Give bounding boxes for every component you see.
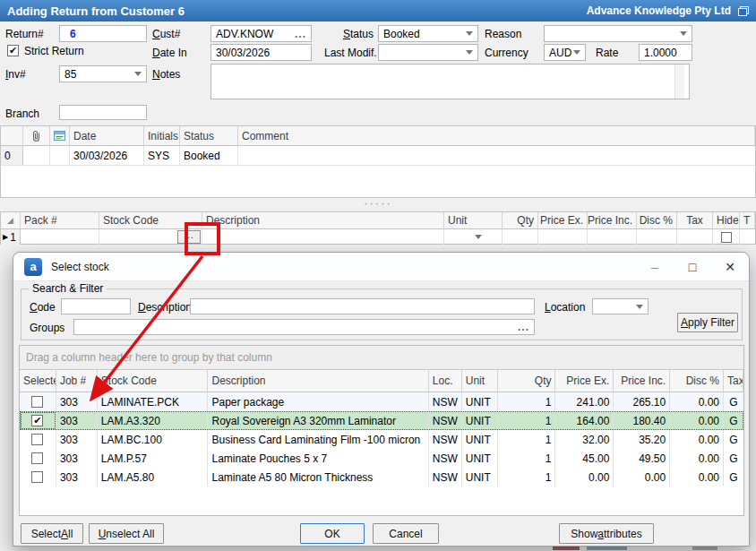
attachment-icon[interactable] [23,126,50,146]
history-row-comment[interactable] [238,146,755,165]
dialog-titlebar: a Select stock – □ ✕ [13,253,749,281]
close-button[interactable]: ✕ [711,253,749,280]
stock-header-price-ex[interactable]: Price Ex. [555,370,614,392]
strict-return-checkbox[interactable]: ✔ [7,45,19,56]
stock-header-price-inc[interactable]: Price Inc. [614,370,670,392]
cust-ellipsis-button[interactable]: ... [295,30,306,38]
stock-row-selected[interactable]: ✔ 303 LAM.A3.320 Royal Sovereign A3 320m… [20,411,743,430]
code-label: Code [30,301,56,314]
company-name: Advance Knowledge Pty Ltd [587,4,738,17]
location-dropdown[interactable] [592,298,649,314]
splitter-handle[interactable]: ····· [0,196,756,210]
code-input[interactable] [61,298,131,314]
row-checkbox[interactable] [31,452,43,464]
stock-header-loc[interactable]: Loc. [429,370,462,392]
apply-filter-button[interactable]: Apply Filter [677,313,738,332]
items-header-tax[interactable]: Tax [677,212,713,229]
branch-label: Branch [5,108,39,120]
select-all-button[interactable]: Select All [21,523,83,544]
items-header-total[interactable]: T [740,212,755,229]
rate-label: Rate [596,47,618,59]
stock-row[interactable]: 303 LAMINATE.PCK Paper package NSW UNIT … [20,392,743,411]
annotation-highlight-box [185,222,220,255]
last-modif-dropdown[interactable] [378,44,478,61]
app-window: Adding Return from Customer 6 Advance Kn… [0,0,756,551]
stock-row[interactable]: 303 LAM.A5.80 Laminate A5 80 Micron Thic… [20,468,743,486]
items-header-unit[interactable]: Unit [444,212,503,229]
app-logo-icon: a [24,258,42,276]
stock-header-selected[interactable]: Selected [20,370,56,392]
row-checkbox[interactable] [31,434,43,445]
return-field[interactable]: 6 [59,25,147,42]
maximize-button[interactable]: □ [674,253,711,280]
expand-all-icon[interactable]: ◢ [1,212,21,229]
date-in-field[interactable]: 30/03/2026 [210,44,312,61]
chevron-down-icon [466,31,473,36]
unselect-all-button[interactable]: Unselect All [89,523,164,544]
notes-scrollbar[interactable] [674,65,684,99]
note-icon[interactable] [50,126,70,146]
items-grid: ◢ Pack # Stock Code Description Unit Qty… [0,211,756,245]
items-row[interactable]: ▶ 1 ... [1,229,755,245]
dialog-title: Select stock [51,261,109,273]
stock-header-stock-code[interactable]: Stock Code [98,370,209,392]
notes-field[interactable] [210,64,690,99]
ok-button[interactable]: OK [300,523,365,544]
last-modif-label: Last Modif. [324,47,377,59]
show-attributes-button[interactable]: Show attributes [559,523,654,544]
history-header-comment[interactable]: Comment [238,126,755,146]
cancel-button[interactable]: Cancel [373,523,439,544]
stock-row[interactable]: 303 LAM.BC.100 Business Card Laminating … [20,430,743,449]
window-titlebar: Adding Return from Customer 6 Advance Kn… [0,0,756,22]
float-window-icon[interactable] [738,6,749,16]
history-header-status[interactable]: Status [180,126,238,146]
inv-dropdown[interactable]: 85 [59,65,147,82]
row-checkbox[interactable] [31,471,43,483]
occluded-window-fragment [692,547,717,550]
hide-checkbox[interactable] [721,232,732,243]
history-header-initials[interactable]: Initials [144,126,180,146]
strict-return-label: Strict Return [24,45,84,57]
items-header-qty[interactable]: Qty [503,212,538,229]
history-row-initials[interactable]: SYS [144,146,180,165]
location-label: Location [545,301,585,314]
stock-row[interactable]: 303 LAM.P.57 Laminate Pouches 5 x 7 NSW … [20,449,743,468]
items-header-price-inc[interactable]: Price Inc. [588,212,637,229]
items-header-pack[interactable]: Pack # [21,212,99,229]
stock-header-job[interactable]: Job # [56,370,98,392]
row-checkbox-checked[interactable]: ✔ [31,415,43,426]
stock-header-unit[interactable]: Unit [462,370,498,392]
cust-field[interactable]: ADV.KNOW ... [210,25,312,42]
history-row[interactable]: 0 30/03/2026 SYS Booked [1,146,755,166]
items-header-hide[interactable]: Hide [713,212,740,229]
currency-dropdown[interactable]: AUD [544,44,586,61]
stock-header-description[interactable]: Description [208,370,428,392]
groups-ellipsis-button[interactable]: ... [518,323,529,331]
reason-dropdown[interactable] [544,25,692,42]
history-row-date[interactable]: 30/03/2026 [70,146,144,165]
history-row-status[interactable]: Booked [180,146,238,165]
description-input[interactable] [190,298,535,314]
chevron-down-icon [475,235,482,239]
stock-header-tax[interactable]: Tax [724,370,743,392]
status-label: Status [343,28,374,40]
occluded-window-fragment [587,547,627,550]
stock-header-disc[interactable]: Disc % [670,370,724,392]
status-dropdown[interactable]: Booked [378,25,478,42]
items-row-index: 1 [10,231,16,244]
items-header-description[interactable]: Description [202,212,444,229]
items-header-price-ex[interactable]: Price Ex. [538,212,588,229]
row-checkbox[interactable] [31,396,43,408]
minimize-button[interactable]: – [636,253,674,280]
group-by-panel[interactable]: Drag a column header here to group by th… [20,346,743,370]
reason-label: Reason [485,28,521,40]
row-marker-icon: ▶ [3,233,8,241]
history-grid: Date Initials Status Comment 0 30/03/202… [0,125,756,198]
groups-input[interactable]: ... [73,319,535,335]
stock-header-qty[interactable]: Qty [498,370,556,392]
stock-grid: Drag a column header here to group by th… [19,345,744,516]
history-header-date[interactable]: Date [70,126,144,146]
rate-field[interactable]: 1.0000 [639,44,692,61]
items-header-disc[interactable]: Disc % [637,212,677,229]
branch-field[interactable] [59,105,147,120]
